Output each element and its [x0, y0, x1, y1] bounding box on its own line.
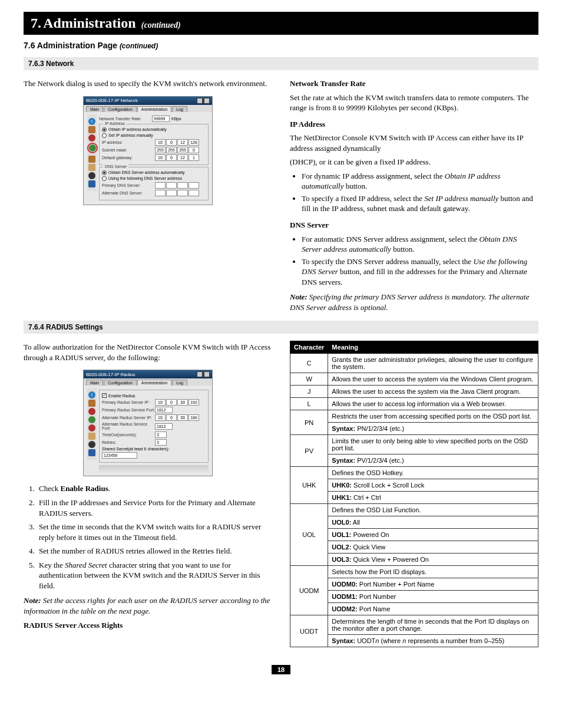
ip-lead2: (DHCP), or it can be given a fixed IP ad…	[290, 157, 538, 167]
primary-dns-input[interactable]	[155, 182, 199, 189]
tab-administration[interactable]: Administration	[137, 106, 171, 112]
dialog-title: B020-008-17-IP Network	[86, 98, 138, 103]
table-char: W	[290, 373, 328, 386]
radio-obtain-dns[interactable]	[102, 170, 107, 175]
section-continued: (continued)	[120, 42, 158, 50]
selected-highlight	[87, 143, 98, 153]
table-char: UOL	[290, 504, 328, 566]
date-icon[interactable]	[88, 180, 95, 187]
table-meaning: Determines the length of time in seconds…	[328, 615, 538, 635]
table-meaning: Syntax: UODTn (where n represents a numb…	[328, 635, 538, 647]
col-character: Character	[290, 341, 328, 354]
table-meaning: Allows the user to access the system via…	[328, 373, 538, 386]
chapter-continued: (continued)	[141, 21, 181, 29]
radius-dialog-screenshot: B020-008-17-IP Radius Main Configuration…	[83, 370, 213, 476]
tab-administration[interactable]: Administration	[137, 380, 171, 386]
radio-obtain-ip[interactable]	[102, 127, 107, 132]
dns-heading: DNS Server	[290, 220, 329, 229]
close-icon[interactable]	[204, 98, 210, 104]
lock-icon[interactable]	[88, 164, 95, 171]
ip-address-input[interactable]	[155, 139, 199, 146]
user-icon[interactable]	[88, 400, 95, 407]
info-icon[interactable]: i	[88, 118, 95, 125]
table-meaning: Syntax: PV/1/2/3/4 (etc.)	[328, 454, 538, 467]
alternate-radius-port-input[interactable]	[155, 423, 173, 430]
tab-log[interactable]: Log	[172, 380, 187, 386]
chapter-title: Administration	[43, 15, 135, 31]
ntr-heading: Network Transfer Rate	[290, 79, 366, 88]
gateway-input[interactable]	[155, 154, 199, 161]
tools-icon[interactable]	[88, 408, 95, 415]
security-icon[interactable]	[88, 156, 95, 163]
tab-main[interactable]: Main	[86, 380, 103, 386]
table-meaning: UODM1: Port Number	[328, 591, 538, 603]
subsection-764: 7.6.4 RADIUS Settings	[24, 321, 538, 334]
ntr-unit: KBps	[171, 117, 181, 121]
help-icon[interactable]	[197, 371, 203, 377]
step-2: Fill in the IP addresses and Service Por…	[37, 498, 272, 518]
table-meaning: Selects how the Port ID displays.	[328, 566, 538, 578]
tools-icon[interactable]	[88, 134, 95, 141]
network-icon[interactable]	[88, 416, 95, 423]
tab-main[interactable]: Main	[86, 106, 103, 112]
table-meaning: Syntax: PN/1/2/3/4 (etc.)	[328, 423, 538, 435]
network-icon[interactable]	[89, 144, 96, 151]
ntr-input[interactable]	[152, 116, 170, 122]
table-char: UHK	[290, 467, 328, 504]
settings-icon[interactable]	[88, 172, 95, 179]
dns-note: Note: Specifying the primary DNS Server …	[290, 292, 538, 312]
step-3: Set the time in seconds that the KVM swi…	[37, 522, 272, 542]
close-icon[interactable]	[204, 371, 210, 377]
section-number: 7.6	[24, 41, 35, 50]
date-icon[interactable]	[88, 449, 95, 456]
page-number: 18	[272, 665, 290, 674]
timeout-input[interactable]	[155, 431, 167, 438]
table-meaning: UHK1: Ctrl + Ctrl	[328, 492, 538, 504]
table-meaning: Allows the user to access the system via…	[328, 386, 538, 398]
radius-intro: To allow authorization for the NetDirect…	[24, 342, 272, 363]
user-icon[interactable]	[88, 126, 95, 133]
settings-icon[interactable]	[88, 441, 95, 448]
alternate-radius-ip-input[interactable]	[155, 414, 199, 421]
table-char: UODM	[290, 566, 328, 615]
radius-steps: Check Enable Radius. Fill in the IP addr…	[37, 483, 272, 591]
radio-set-dns[interactable]	[102, 176, 107, 181]
chapter-header: 7. Administration (continued)	[24, 12, 538, 35]
retries-input[interactable]	[155, 439, 167, 446]
lock-icon[interactable]	[88, 433, 95, 440]
table-meaning: Defines the OSD List Function.	[328, 504, 538, 516]
table-meaning: Allows the user to access log informatio…	[328, 398, 538, 410]
enable-radius-checkbox[interactable]: ✓	[102, 393, 107, 398]
tab-log[interactable]: Log	[172, 106, 187, 112]
tab-configuration[interactable]: Configuration	[104, 380, 137, 386]
ip-group-title: IP Address	[103, 121, 127, 126]
section-header: 7.6 Administration Page (continued)	[24, 41, 538, 50]
table-char: L	[290, 398, 328, 410]
subnet-mask-input[interactable]	[155, 147, 199, 153]
ip-heading: IP Address	[290, 120, 325, 129]
step-5: Key the Shared Secret character string t…	[37, 560, 272, 591]
chapter-number: 7.	[31, 15, 41, 31]
shared-secret-input[interactable]	[102, 452, 137, 459]
ip-bullet-2: To specify a fixed IP address, select th…	[302, 193, 538, 214]
tab-configuration[interactable]: Configuration	[104, 106, 137, 112]
table-meaning: UOL0: All	[328, 516, 538, 529]
step-1: Check Enable Radius.	[37, 483, 272, 494]
table-meaning: Restricts the user from accessing specif…	[328, 410, 538, 423]
radius-icon[interactable]	[88, 424, 95, 431]
primary-radius-ip-input[interactable]	[155, 399, 199, 406]
table-char: C	[290, 354, 328, 373]
info-icon[interactable]: i	[88, 391, 95, 398]
alternate-dns-input[interactable]	[155, 190, 199, 196]
ip-lead: The NetDirector Console KVM Switch with …	[290, 133, 538, 153]
network-intro: The Network dialog is used to specify th…	[24, 78, 272, 89]
primary-radius-port-input[interactable]	[155, 407, 173, 413]
ip-bullet-1: For dynamic IP address assignment, selec…	[302, 171, 538, 192]
dns-bullet-1: For automatic DNS Server address assignm…	[302, 234, 538, 255]
access-rights-table: Character Meaning CGrants the user admin…	[290, 341, 538, 647]
table-char: PV	[290, 435, 328, 467]
radio-set-ip[interactable]	[102, 133, 107, 138]
table-meaning: UODM0: Port Number + Port Name	[328, 578, 538, 591]
help-icon[interactable]	[197, 98, 203, 104]
radius-access-heading: RADIUS Server Access Rights	[24, 620, 272, 631]
